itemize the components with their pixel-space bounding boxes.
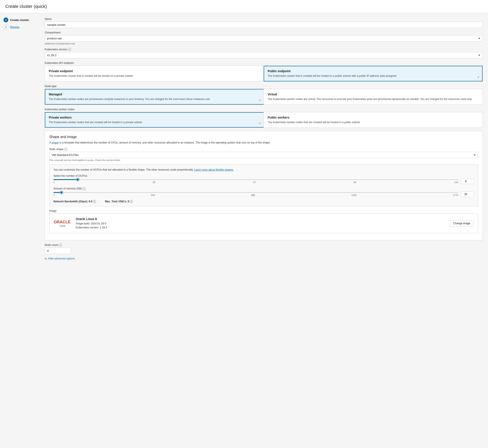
sidebar: 1 Create cluster 2 Review (0, 13, 39, 448)
max-vnics: Max. Total VNICs: 8 i (105, 200, 133, 203)
managed-check-icon: ✓ (259, 98, 261, 102)
image-section: Image ORACLE Linux Oracle Linux 8 Image … (49, 209, 478, 233)
managed-title: Managed (49, 93, 260, 96)
flex-info-box: You can customize the number of OCPUs th… (49, 165, 478, 206)
ocpu-fill (53, 179, 78, 180)
private-endpoint-option[interactable]: Private endpoint The Kubernetes cluster … (45, 66, 264, 81)
private-workers-desc: The Kubernetes worker nodes that are cre… (49, 120, 260, 124)
compartment-label: Compartment (45, 31, 483, 34)
name-section: Name (45, 17, 483, 28)
change-image-button[interactable]: Change image (450, 220, 473, 226)
service-limit-text: The compute service limit applies to pod… (49, 159, 478, 161)
sliders-icon: ⇆ (45, 257, 47, 260)
image-label: Image (49, 209, 478, 212)
public-endpoint-check-icon: ✓ (477, 75, 480, 79)
network-bandwidth-info-icon[interactable]: i (93, 200, 96, 203)
public-workers-option[interactable]: Public workers The Kubernetes worker nod… (264, 112, 482, 128)
private-workers-option[interactable]: Private workers The Kubernetes worker no… (45, 112, 264, 128)
main-content: Name Compartment product-uat wallarooai … (39, 13, 488, 448)
memory-slider-section: Amount of memory (GB) i 1 444 (53, 187, 474, 197)
node-type-label: Node type (45, 85, 483, 88)
worker-nodes-label: Kubernetes worker nodes (45, 108, 483, 111)
api-endpoint-label: Kubernetes API endpoint (45, 62, 483, 64)
image-title: Oracle Linux 8 (76, 217, 446, 221)
compartment-select[interactable]: product-uat (45, 35, 483, 41)
kubernetes-version-label: Kubernetes version i (45, 48, 483, 51)
node-count-info-icon[interactable]: i (59, 243, 62, 247)
max-vnics-label: Max. Total VNICs: (105, 200, 127, 203)
image-box: ORACLE Linux Oracle Linux 8 Image build:… (49, 214, 478, 233)
name-label: Name (45, 17, 483, 21)
api-endpoint-options: Private endpoint The Kubernetes cluster … (45, 66, 483, 82)
network-bandwidth-label: Network Bandwidth (Gbps): (53, 200, 88, 203)
worker-nodes-options: Private workers The Kubernetes worker no… (45, 112, 483, 128)
kubernetes-version-info-icon[interactable]: i (68, 48, 71, 51)
ocpu-slider-row: 1 28 57 84 114 (53, 179, 474, 184)
shape-image-section: Shape and image A shape is a template th… (45, 131, 483, 240)
network-info: Network Bandwidth (Gbps): 8.0 i Max. Tot… (53, 200, 474, 203)
memory-labels: 1 444 888 1332 1776 (53, 194, 458, 196)
ocpu-range-wrapper: 1 28 57 84 114 (53, 179, 458, 184)
memory-value-input[interactable] (461, 192, 474, 197)
compartment-subtext: wallarooai (root)/product-uat (45, 42, 483, 45)
max-vnics-value: 8 (128, 200, 129, 203)
page-header: Create cluster (quick) (0, 0, 488, 13)
network-bandwidth: Network Bandwidth (Gbps): 8.0 i (53, 200, 96, 203)
public-endpoint-option[interactable]: Public endpoint The Kubernetes cluster t… (264, 66, 482, 81)
node-shape-info-icon[interactable]: i (64, 148, 67, 151)
image-k8s-version: Kubernetes version: 1.28.2 (76, 225, 446, 230)
memory-range-wrapper: 1 444 888 1332 1776 (53, 192, 458, 196)
image-build: Image build: 2024.01.26-0 (76, 222, 446, 225)
step-1-circle: 1 (3, 17, 8, 22)
memory-track (53, 192, 458, 193)
step-2-label[interactable]: Review (10, 25, 19, 29)
kubernetes-version-select[interactable]: v1.28.2 (45, 52, 483, 58)
private-endpoint-title: Private endpoint (49, 69, 260, 73)
sidebar-item-review[interactable]: 2 Review (3, 24, 36, 29)
public-workers-desc: The Kubernetes worker nodes that are cre… (268, 120, 479, 124)
image-details: Oracle Linux 8 Image build: 2024.01.26-0… (76, 217, 446, 230)
managed-node-option[interactable]: Managed The Kubernetes worker nodes are … (45, 89, 264, 104)
page-layout: 1 Create cluster 2 Review Name Compartme… (0, 13, 488, 448)
node-type-section: Node type Managed The Kubernetes worker … (45, 85, 483, 105)
virtual-node-option[interactable]: Virtual The Kubernetes worker nodes are … (264, 89, 482, 104)
name-input[interactable] (45, 22, 483, 28)
api-endpoint-section: Kubernetes API endpoint Private endpoint… (45, 62, 483, 82)
hide-advanced-label: Hide advanced options (48, 257, 75, 260)
managed-desc: The Kubernetes worker nodes are provisio… (49, 97, 260, 101)
node-shape-select[interactable]: VM.Standard.E3.Flex (49, 152, 478, 158)
node-count-section: Node count i (45, 243, 483, 254)
memory-info-icon[interactable]: i (82, 187, 86, 190)
memory-handle[interactable] (60, 191, 63, 194)
ocpu-value-input[interactable] (461, 179, 474, 184)
kubernetes-version-section: Kubernetes version i v1.28.2 (45, 48, 483, 58)
max-vnics-info-icon[interactable]: i (130, 200, 133, 203)
public-workers-title: Public workers (268, 116, 479, 119)
node-count-input[interactable] (45, 248, 71, 254)
memory-slider-row: 1 444 888 1332 1776 (53, 192, 474, 197)
node-shape-section: Node shape i VM.Standard.E3.Flex The com… (49, 148, 478, 161)
ocpu-handle[interactable] (76, 178, 79, 181)
private-endpoint-desc: The Kubernetes cluster that is created w… (49, 74, 260, 78)
flex-learn-more-link[interactable]: Learn more about flexible shapes. (194, 168, 234, 171)
public-endpoint-desc: The Kubernetes cluster that is created w… (268, 74, 479, 78)
private-workers-title: Private workers (49, 116, 260, 119)
shape-desc: A shape is a template that determines th… (49, 141, 478, 144)
ocpu-labels: 1 28 57 84 114 (53, 181, 458, 184)
worker-nodes-section: Kubernetes worker nodes Private workers … (45, 108, 483, 128)
memory-label: Amount of memory (GB) i (53, 187, 474, 190)
virtual-title: Virtual (268, 93, 479, 96)
ocpu-track (53, 179, 458, 180)
step-2-circle: 2 (3, 24, 8, 29)
step-1-label: Create cluster (10, 18, 29, 22)
shape-link[interactable]: shape (52, 141, 59, 144)
ocpu-slider-section: Select the number of OCPUs 1 28 57 (53, 174, 474, 184)
public-endpoint-title: Public endpoint (268, 69, 479, 73)
ocpu-label: Select the number of OCPUs (53, 174, 474, 177)
node-type-options: Managed The Kubernetes worker nodes are … (45, 89, 483, 105)
network-bandwidth-value: 8.0 (89, 200, 92, 203)
shape-image-title: Shape and image (49, 135, 478, 139)
sidebar-item-create-cluster[interactable]: 1 Create cluster (3, 17, 36, 22)
node-shape-label: Node shape i (49, 148, 478, 151)
hide-advanced-link[interactable]: ⇆ Hide advanced options (45, 257, 483, 260)
